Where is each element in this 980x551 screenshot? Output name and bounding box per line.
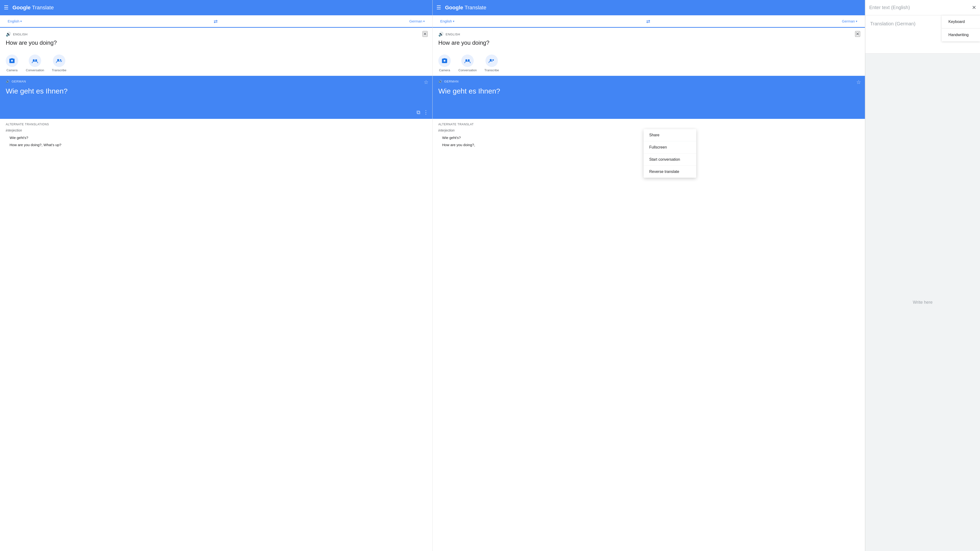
source-lang-arrow-2: ▾: [453, 20, 454, 23]
transcribe-icon-2: [485, 54, 498, 67]
svg-point-2: [57, 59, 59, 61]
input-close-icon[interactable]: ✕: [972, 5, 976, 11]
feature-transcribe-1[interactable]: Transcribe: [52, 54, 67, 72]
translation-lang-label-2: 🔊 GERMAN: [438, 79, 859, 83]
speaker-icon-trans-1[interactable]: 🔊: [6, 79, 10, 83]
context-menu-reverse-translate[interactable]: Reverse translate: [644, 166, 696, 178]
translation-area-2: 🔊 GERMAN ☆ Wie geht es Ihnen?: [433, 76, 865, 119]
conversation-label-1: Conversation: [26, 68, 44, 72]
translation-text-1: Wie geht es Ihnen?: [6, 86, 426, 96]
source-lang-btn-2[interactable]: English ▾: [438, 18, 456, 24]
alt-item-1-1: How are you doing?, What's up?: [6, 141, 426, 149]
translation-area-1: 🔊 GERMAN ☆ Wie geht es Ihnen? ⧉ ⋮: [0, 76, 432, 119]
feature-camera-1[interactable]: Camera: [6, 54, 18, 72]
input-method-handwriting[interactable]: Handwriting: [942, 29, 980, 41]
brand-google-2: Google: [445, 5, 463, 11]
transcribe-icon-1: [53, 54, 65, 67]
brand-translate-2: Translate: [465, 5, 487, 11]
star-btn-1[interactable]: ☆: [424, 79, 428, 86]
star-btn-2[interactable]: ☆: [856, 79, 861, 86]
svg-point-7: [492, 59, 494, 61]
alt-translations-2: ALTERNATE TRANSLAT interjection Wie geht…: [433, 119, 865, 551]
source-area-2: 🔊 ENGLISH ✕ How are you doing?: [433, 28, 865, 52]
svg-point-5: [468, 59, 470, 61]
alt-item-1-0: Wie geht's?: [6, 134, 426, 141]
more-btn-1[interactable]: ⋮: [423, 109, 428, 116]
speaker-icon-source-1[interactable]: 🔊: [6, 32, 11, 37]
context-menu: Share Fullscreen Start conversation Reve…: [644, 129, 696, 178]
camera-label-1: Camera: [6, 68, 18, 72]
feature-conversation-2[interactable]: Conversation: [458, 54, 477, 72]
source-lang-label-1: 🔊 ENGLISH: [6, 32, 426, 37]
conversation-icon-2: [461, 54, 474, 67]
menu-icon-1[interactable]: ☰: [4, 5, 9, 10]
target-lang-arrow-2: ▾: [856, 20, 857, 23]
input-header: Enter text (English) ✕: [865, 0, 980, 15]
speaker-icon-trans-2[interactable]: 🔊: [438, 79, 442, 83]
close-btn-1[interactable]: ✕: [423, 31, 428, 37]
svg-point-0: [33, 59, 35, 61]
lang-bar-2: English ▾ ⇄ German ▾: [433, 15, 865, 28]
write-label-text: Write here: [913, 300, 932, 305]
target-lang-btn-1[interactable]: German ▾: [407, 18, 426, 24]
source-lang-btn-1[interactable]: English ▾: [6, 18, 24, 24]
close-btn-2[interactable]: ✕: [855, 31, 860, 37]
context-menu-share[interactable]: Share: [644, 129, 696, 141]
context-menu-fullscreen[interactable]: Fullscreen: [644, 141, 696, 154]
copy-btn-1[interactable]: ⧉: [417, 109, 420, 116]
translate-panel-2: ☰ Google Translate English ▾ ⇄ German ▾ …: [433, 0, 865, 551]
header-1: ☰ Google Translate: [0, 0, 432, 15]
feature-icons-1: Camera Conversation: [0, 52, 432, 76]
alt-title-1: ALTERNATE TRANSLATIONS: [6, 123, 426, 126]
feature-camera-2[interactable]: Camera: [438, 54, 451, 72]
feature-icons-2: Camera Conversation: [433, 52, 865, 76]
transcribe-label-2: Transcribe: [485, 68, 499, 72]
header-2: ☰ Google Translate: [433, 0, 865, 15]
alt-translations-1: ALTERNATE TRANSLATIONS interjection Wie …: [0, 119, 432, 551]
translation-lang-label-1: 🔊 GERMAN: [6, 79, 426, 83]
source-area-1: 🔊 ENGLISH ✕ How are you doing?: [0, 28, 432, 52]
brand-logo-1: Google Translate: [13, 5, 54, 11]
source-lang-arrow-1: ▾: [20, 20, 22, 23]
feature-conversation-1[interactable]: Conversation: [26, 54, 44, 72]
feature-transcribe-2[interactable]: Transcribe: [485, 54, 499, 72]
source-text-1: How are you doing?: [6, 39, 426, 47]
write-area[interactable]: Write here: [865, 54, 980, 551]
svg-point-3: [60, 59, 61, 61]
camera-icon-1: [6, 54, 18, 67]
input-method-keyboard[interactable]: Keyboard: [942, 15, 980, 29]
translation-text-2: Wie geht es Ihnen?: [438, 86, 859, 96]
translation-actions-1: ⧉ ⋮: [417, 109, 428, 116]
svg-point-6: [490, 59, 492, 61]
alt-title-2: ALTERNATE TRANSLAT: [438, 123, 859, 126]
target-lang-btn-2[interactable]: German ▾: [840, 18, 859, 24]
input-text-placeholder[interactable]: Enter text (English): [869, 5, 972, 10]
lang-bar-1: English ▾ ⇄ German ▾: [0, 15, 432, 28]
translate-panel-1: ☰ Google Translate English ▾ ⇄ German ▾ …: [0, 0, 433, 551]
target-lang-arrow-1: ▾: [423, 20, 425, 23]
source-text-2: How are you doing?: [438, 39, 859, 47]
swap-btn-1[interactable]: ⇄: [214, 18, 218, 24]
input-method-menu: Keyboard Handwriting: [942, 15, 980, 41]
source-lang-label-2: 🔊 ENGLISH: [438, 32, 859, 37]
context-menu-start-conversation[interactable]: Start conversation: [644, 154, 696, 166]
svg-point-4: [465, 59, 467, 61]
svg-point-1: [35, 59, 37, 61]
input-panel: Enter text (English) ✕ Translation (Germ…: [865, 0, 980, 551]
conversation-label-2: Conversation: [458, 68, 477, 72]
menu-icon-2[interactable]: ☰: [436, 5, 441, 10]
speaker-icon-source-2[interactable]: 🔊: [438, 32, 444, 37]
transcribe-label-1: Transcribe: [52, 68, 67, 72]
camera-label-2: Camera: [439, 68, 450, 72]
alt-pos-1: interjection: [6, 129, 426, 132]
camera-icon-2: [438, 54, 451, 67]
brand-logo-2: Google Translate: [445, 5, 487, 11]
swap-btn-2[interactable]: ⇄: [646, 18, 650, 24]
conversation-icon-1: [29, 54, 41, 67]
brand-translate-1: Translate: [32, 5, 54, 11]
brand-google-1: Google: [13, 5, 30, 11]
